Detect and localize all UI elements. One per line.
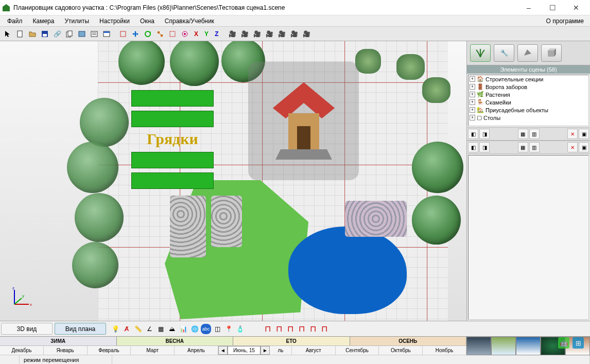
season-winter[interactable]: ЗИМА [0,337,117,345]
tab-cube-icon[interactable] [541,44,562,62]
save-file-icon[interactable] [39,28,50,40]
month-aug[interactable]: Август [292,346,336,355]
beds-label: Грядки [147,130,198,148]
menu-camera[interactable]: Камера [28,16,60,26]
pointer-icon[interactable] [2,28,13,40]
mini-btn-9-icon[interactable]: ▥ [529,142,540,152]
magnet-1-icon[interactable]: ⊓ [263,324,273,334]
month-current[interactable]: Июнь, 15 [228,346,261,355]
mini-btn-1-icon[interactable]: ◧ [468,129,478,139]
menu-help[interactable]: Справка/Учебник [160,16,219,26]
month-jan[interactable]: Январь [44,346,88,355]
expand-icon[interactable]: + [470,115,475,120]
month-jul[interactable]: ль [270,346,292,355]
camera-6-icon[interactable]: 🎥 [288,28,300,40]
month-nov[interactable]: Ноябрь [423,346,466,355]
tool-b-icon[interactable] [179,28,190,40]
menu-utils[interactable]: Утилиты [59,16,94,26]
menu-about[interactable]: О программе [541,16,588,26]
minimize-button[interactable]: – [517,0,541,15]
menu-windows[interactable]: Окна [135,16,160,26]
tab-plan-view[interactable]: Вид плана [55,323,106,335]
svg-rect-23 [297,126,310,149]
new-file-icon[interactable] [14,28,26,40]
bt-measure-icon[interactable]: 📏 [133,324,143,334]
bt-grid-icon[interactable]: ▦ [155,324,166,334]
mini-btn-2-icon[interactable]: ◨ [479,129,490,139]
expand-icon[interactable]: + [470,84,475,90]
month-sep[interactable]: Сентябрь [336,346,379,355]
magnet-2-icon[interactable]: ⊓ [274,324,284,334]
bt-angle-icon[interactable]: ∠ [144,324,154,334]
bt-box-icon[interactable]: ◫ [212,324,222,334]
magnet-3-icon[interactable]: ⊓ [285,324,296,334]
camera-2-icon[interactable]: 🎥 [239,28,250,40]
canvas-viewport[interactable]: Грядки [0,41,466,321]
mini-delete2-icon[interactable]: ✕ [567,142,578,152]
bt-abc-icon[interactable]: abc [201,324,211,334]
link-icon[interactable]: 🔗 [51,28,63,40]
window-icon[interactable] [101,28,112,40]
camera-3-icon[interactable]: 🎥 [251,28,263,40]
bt-spray-icon[interactable]: 🧴 [235,324,245,334]
svg-rect-3 [43,34,47,37]
mini-btn-6-icon[interactable]: ◧ [468,142,478,152]
month-next-button[interactable]: ► [261,346,270,355]
magnet-4-icon[interactable]: ⊓ [297,324,307,334]
bt-text-icon[interactable]: A̸ [122,324,132,334]
season-autumn[interactable]: ОСЕНЬ [350,337,467,345]
scene-tree[interactable]: +🏠Строительные секции +🚪Ворота заборов +… [468,75,589,126]
expand-icon[interactable]: + [470,76,475,82]
bt-chart-icon[interactable]: 📊 [178,324,188,334]
mini-btn-7-icon[interactable]: ◨ [479,142,490,152]
month-feb[interactable]: Февраль [88,346,131,355]
month-apr[interactable]: Апрель [175,346,218,355]
maximize-button[interactable]: ☐ [541,0,564,15]
axis-z-button[interactable]: Z [212,29,221,39]
camera-5-icon[interactable]: 🎥 [276,28,287,40]
mini-btn-8-icon[interactable]: ▦ [518,142,528,152]
menu-file[interactable]: Файл [2,16,28,26]
tab-tools-icon[interactable]: 🔧 [494,44,514,62]
month-dec[interactable]: Декабрь [0,346,44,355]
open-file-icon[interactable] [27,28,38,40]
month-oct[interactable]: Октябрь [379,346,423,355]
bt-pin-icon[interactable]: 📍 [223,324,234,334]
axis-y-button[interactable]: Y [202,29,211,39]
mini-btn-10-icon[interactable]: ▣ [579,142,589,152]
text-icon[interactable] [89,28,100,40]
close-button[interactable]: ✕ [564,0,588,15]
menu-settings[interactable]: Настройки [94,16,135,26]
mini-btn-3-icon[interactable]: ▦ [518,129,528,139]
mini-btn-5-icon[interactable]: ▣ [579,129,589,139]
select-box-icon[interactable] [167,28,178,40]
season-summer[interactable]: ЕТО [233,337,350,345]
title-bar: Планировщик садового участка : C:\Progra… [0,0,590,15]
scale-icon[interactable] [154,28,166,40]
tab-plants-icon[interactable] [470,44,491,62]
tab-3d-view[interactable]: 3D вид [1,323,53,335]
expand-icon[interactable]: + [470,92,475,97]
magnet-6-icon[interactable]: ⊓ [319,324,329,334]
mini-delete-icon[interactable]: ✕ [567,129,578,139]
move-icon[interactable] [130,28,141,40]
month-prev-button[interactable]: ◄ [218,346,228,355]
magnet-5-icon[interactable]: ⊓ [308,324,318,334]
month-mar[interactable]: Март [131,346,175,355]
mini-btn-4-icon[interactable]: ▥ [529,129,540,139]
camera-7-icon[interactable]: 🎥 [301,28,312,40]
bt-light-icon[interactable]: 💡 [110,324,120,334]
tool-a-icon[interactable] [117,28,129,40]
bt-globe-icon[interactable]: 🌐 [189,324,200,334]
copy-icon[interactable] [64,28,75,40]
season-spring[interactable]: ВЕСНА [117,337,234,345]
camera-4-icon[interactable]: 🎥 [264,28,275,40]
image-icon[interactable] [76,28,88,40]
expand-icon[interactable]: + [470,107,475,113]
rotate-icon[interactable] [142,28,153,40]
axis-x-button[interactable]: X [192,29,201,39]
bt-terrain-icon[interactable]: ⛰ [167,324,177,334]
tab-shapes-icon[interactable] [517,44,538,62]
expand-icon[interactable]: + [470,99,475,105]
camera-1-icon[interactable]: 🎥 [227,28,238,40]
